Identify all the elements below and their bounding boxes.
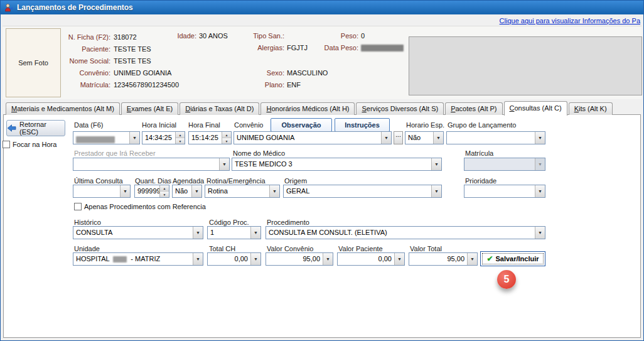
ficha-label: N. Ficha (F2): — [48, 33, 110, 41]
codigo-proc-label: Código Proc. — [209, 219, 249, 226]
checkbox-box[interactable] — [74, 203, 82, 210]
spin-down-icon[interactable]: ▼ — [222, 138, 231, 144]
dropdown-arrow-icon[interactable]: ▼ — [535, 132, 545, 144]
hora-final-label: Hora Final — [188, 121, 220, 129]
spin-down-icon[interactable]: ▼ — [160, 192, 169, 197]
ultima-consulta-label: Última Consulta — [74, 177, 123, 185]
prestador-combobox[interactable]: ▼ — [73, 158, 230, 171]
tab-strip: Materiais e Medicamentos (Alt M) Exames … — [6, 100, 614, 115]
observacao-button[interactable]: Observação — [271, 118, 332, 132]
dropdown-arrow-icon[interactable]: ▼ — [394, 253, 404, 265]
peso-label: Peso: — [318, 32, 358, 40]
spin-down-icon[interactable]: ▼ — [176, 138, 185, 144]
convenio-combobox[interactable]: UNIMED GOIANIA ▼ — [233, 131, 392, 144]
dropdown-arrow-icon[interactable]: ▼ — [120, 185, 130, 197]
patient-info-link[interactable]: Clique aqui para visualizar Informações … — [500, 17, 640, 24]
spin-up-icon[interactable]: ▲ — [176, 132, 185, 138]
apenas-referencia-checkbox[interactable]: Apenas Procedimentos com Referencia — [74, 203, 206, 210]
total-ch-combobox[interactable]: 0,00 ▼ — [207, 252, 261, 266]
spin-up-icon[interactable]: ▲ — [222, 132, 231, 138]
dropdown-arrow-icon[interactable]: ▼ — [250, 227, 260, 239]
dropdown-arrow-icon[interactable]: ▼ — [381, 132, 391, 144]
tab-diarias-taxas[interactable]: Diárias e Taxas (Alt D) — [180, 102, 259, 115]
quant-dias-spinner[interactable]: 999999 ▲▼ — [134, 185, 169, 198]
procedimento-label: Procedimento — [267, 219, 309, 226]
app-icon — [4, 3, 13, 12]
convenio-value: UNIMED GOIANIA — [114, 69, 171, 77]
prioridade-combobox[interactable]: ▼ — [464, 185, 545, 198]
matricula-value: 12345678901234500 — [114, 81, 179, 89]
procedimento-combobox[interactable]: CONSULTA EM CONSULT. (ELETIVA) ▼ — [266, 226, 545, 239]
unidade-combobox[interactable]: HOSPITAL - MATRIZ ▼ — [73, 252, 203, 266]
valor-convenio-combobox[interactable]: 95,00 ▼ — [266, 252, 333, 266]
dropdown-arrow-icon[interactable]: ▼ — [269, 185, 279, 197]
dropdown-arrow-icon[interactable]: ▼ — [193, 253, 203, 265]
plano-value: ENF — [287, 81, 301, 89]
prioridade-label: Prioridade — [465, 177, 496, 185]
paciente-label: Paciente: — [48, 45, 110, 53]
matricula-label: Matrícula: — [48, 81, 110, 89]
sexo-value: MASCULINO — [287, 69, 328, 77]
nome-social-value: TESTE TES — [114, 57, 151, 65]
tab-servicos-diversos[interactable]: Serviços Diversos (Alt S) — [356, 102, 444, 115]
tipo-san-label: Tipo San.: — [239, 32, 284, 40]
total-ch-label: Total CH — [209, 245, 235, 252]
grupo-lancamento-combobox[interactable]: ▼ — [446, 131, 545, 144]
app-window: Lançamentos de Procedimentos Clique aqui… — [0, 0, 644, 341]
spin-up-icon[interactable]: ▲ — [160, 185, 169, 192]
hora-inicial-spinner[interactable]: 14:34:25 ▲▼ — [142, 131, 185, 144]
codigo-proc-combobox[interactable]: 1 ▼ — [207, 226, 261, 239]
dropdown-arrow-icon[interactable]: ▼ — [219, 158, 229, 170]
focar-na-hora-checkbox[interactable]: Focar na Hora — [3, 141, 56, 148]
instrucoes-button[interactable]: Instruções — [335, 118, 390, 132]
rotina-emergencia-label: Rotina/Emergência — [207, 177, 266, 185]
convenio-ellipsis-button[interactable]: ... — [394, 131, 403, 144]
dropdown-arrow-icon[interactable]: ▼ — [431, 185, 441, 197]
dropdown-arrow-icon[interactable]: ▼ — [467, 253, 477, 265]
historico-label: Histórico — [74, 219, 101, 226]
historico-combobox[interactable]: CONSULTA ▼ — [73, 226, 203, 239]
dropdown-arrow-icon[interactable]: ▼ — [433, 132, 443, 144]
nome-medico-combobox[interactable]: TESTE MEDICO 3 ▼ — [232, 158, 442, 171]
dropdown-arrow-icon[interactable]: ▼ — [323, 253, 333, 265]
convenio-label: Convênio: — [48, 69, 110, 77]
dropdown-arrow-icon[interactable]: ▼ — [193, 227, 203, 239]
alergias-label: Alergias: — [239, 44, 284, 51]
horario-esp-combobox[interactable]: Não ▼ — [405, 131, 444, 144]
origem-label: Origem — [284, 177, 307, 185]
valor-paciente-label: Valor Paciente — [338, 245, 383, 252]
salvar-incluir-button[interactable]: ✔ Salvar/Incluir — [480, 251, 545, 266]
hora-final-spinner[interactable]: 15:14:25 ▲▼ — [188, 131, 232, 144]
retornar-button[interactable]: Retornar (ESC) — [6, 120, 65, 136]
grupo-lancamento-label: Grupo de Lançamento — [448, 121, 516, 129]
origem-combobox[interactable]: GERAL ▼ — [283, 185, 442, 198]
idade-label: Idade: — [151, 32, 196, 40]
data-peso-label: Data Peso: — [313, 44, 358, 51]
rotina-emergencia-combobox[interactable]: Rotina ▼ — [205, 185, 280, 198]
dropdown-arrow-icon[interactable]: ▼ — [535, 227, 545, 239]
dropdown-arrow-icon[interactable]: ▼ — [191, 185, 201, 197]
tab-honorarios-medicos[interactable]: Honorários Médicos (Alt H) — [260, 102, 355, 115]
data-peso-value-redacted — [361, 45, 404, 51]
dropdown-arrow-icon[interactable]: ▼ — [129, 132, 139, 144]
titlebar[interactable]: Lançamentos de Procedimentos — [1, 1, 643, 14]
dropdown-arrow-icon[interactable]: ▼ — [431, 158, 441, 170]
prestador-label: Prestador que Irá Receber — [74, 149, 156, 157]
tab-kits[interactable]: Kits (Alt K) — [569, 102, 613, 115]
agendada-combobox[interactable]: Não ▼ — [172, 185, 202, 198]
dropdown-arrow-icon[interactable]: ▼ — [535, 185, 545, 197]
ficha-value: 318072 — [114, 33, 137, 41]
tab-exames[interactable]: Exames (Alt E) — [121, 102, 178, 115]
ultima-consulta-combobox[interactable]: ▼ — [73, 185, 131, 198]
dropdown-arrow-icon[interactable]: ▼ — [250, 253, 260, 265]
tab-pacotes[interactable]: Pacotes (Alt P) — [445, 102, 502, 115]
plano-label: Plano: — [239, 81, 284, 89]
back-arrow-icon — [7, 124, 16, 132]
tab-consultas[interactable]: Consultas (Alt C) — [504, 101, 567, 116]
peso-value: 0 — [361, 32, 365, 40]
checkbox-box[interactable] — [3, 141, 10, 148]
valor-paciente-combobox[interactable]: 0,00 ▼ — [337, 252, 405, 266]
data-combobox[interactable]: ▼ — [73, 131, 140, 144]
tab-materiais-medicamentos[interactable]: Materiais e Medicamentos (Alt M) — [6, 102, 120, 115]
valor-total-combobox[interactable]: 95,00 ▼ — [409, 252, 478, 266]
